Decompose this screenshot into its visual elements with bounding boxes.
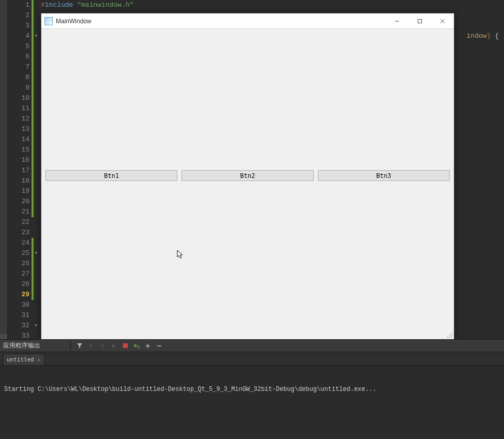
line-number: 21 (8, 207, 29, 217)
svg-point-8 (449, 337, 450, 338)
svg-point-6 (451, 335, 452, 336)
line-number: 17 (8, 165, 29, 176)
fold-column: ▼ ▼ ▼ (34, 0, 41, 339)
minimize-icon (394, 19, 400, 24)
line-number: 9 (8, 83, 29, 93)
svg-point-11 (138, 346, 140, 348)
line-number: 13 (8, 124, 29, 134)
nav-forward-button[interactable] (98, 341, 107, 351)
line-number: 14 (8, 134, 29, 145)
line-number: 18 (8, 176, 29, 186)
line-number: 4 (8, 31, 29, 41)
plus-icon (145, 343, 151, 349)
editor-left-rail (0, 0, 8, 339)
close-icon (440, 19, 445, 24)
fold-marker-icon[interactable]: ▼ (35, 248, 37, 259)
console-line: Starting C:\Users\WL\Desktop\build-untit… (4, 385, 500, 393)
line-number: 30 (8, 300, 29, 310)
output-console[interactable]: Starting C:\Users\WL\Desktop\build-untit… (0, 366, 504, 439)
chevron-right-icon (99, 343, 105, 349)
line-number: 25 (8, 248, 29, 259)
line-number: 22 (8, 217, 29, 228)
client-area: Btn1 Btn2 Btn3 (41, 29, 454, 339)
svg-point-4 (451, 332, 452, 334)
svg-rect-1 (418, 19, 422, 23)
maximize-icon (417, 19, 422, 24)
svg-point-9 (451, 337, 452, 338)
line-number: 19 (8, 186, 29, 196)
line-number: 24 (8, 238, 29, 248)
svg-point-7 (447, 337, 448, 338)
output-panel: 应用程序输出 untitled ✕ Sta (0, 339, 504, 439)
run-button[interactable] (109, 341, 118, 351)
output-tab-label: untitled (7, 356, 34, 363)
fold-marker-icon[interactable]: ▼ (35, 321, 37, 331)
line-number: 7 (8, 62, 29, 72)
code-line: #include "mainwindow.h" (41, 0, 504, 10)
line-number: 27 (8, 269, 29, 279)
resize-grip-icon[interactable] (447, 332, 453, 338)
svg-point-5 (449, 335, 450, 336)
titlebar[interactable]: MainWindow (41, 13, 454, 29)
line-number: 20 (8, 196, 29, 207)
output-header: 应用程序输出 (0, 340, 504, 352)
close-button[interactable] (431, 13, 454, 28)
output-tab-row: untitled ✕ (0, 352, 504, 366)
line-number: 5 (8, 41, 29, 52)
line-number: 16 (8, 155, 29, 165)
output-panel-title: 应用程序输出 (3, 341, 66, 350)
filter-icon (76, 342, 83, 350)
window-title: MainWindow (56, 18, 386, 25)
line-number: 15 (8, 145, 29, 155)
remove-button[interactable] (155, 341, 164, 351)
line-number: 2 (8, 10, 29, 21)
line-number: 10 (8, 93, 29, 103)
line-number: 31 (8, 310, 29, 321)
stop-icon (123, 343, 128, 349)
nav-back-button[interactable] (86, 341, 96, 351)
btn2-button[interactable]: Btn2 (181, 170, 313, 181)
line-number: 8 (8, 72, 29, 83)
add-button[interactable] (143, 341, 152, 351)
line-number-current: 29 (8, 290, 29, 300)
line-number: 32 (8, 321, 29, 331)
separator (70, 342, 71, 350)
play-icon (111, 343, 117, 349)
line-number: 6 (8, 52, 29, 62)
rerun-button[interactable] (132, 341, 141, 351)
btn3-button[interactable]: Btn3 (318, 170, 450, 181)
app-icon (44, 17, 53, 25)
svg-rect-10 (123, 343, 128, 348)
running-app-window[interactable]: MainWindow Btn1 Btn2 Btn3 (41, 13, 454, 340)
editor-gutter: 1 2 3 4 5 6 7 8 9 10 11 12 13 14 15 16 1… (8, 0, 32, 339)
play-bug-icon (133, 342, 140, 349)
minus-icon (156, 343, 162, 349)
button-row: Btn1 Btn2 Btn3 (45, 170, 450, 181)
stop-button[interactable] (120, 341, 130, 351)
line-number: 23 (8, 228, 29, 238)
line-number: 11 (8, 103, 29, 114)
line-number: 28 (8, 279, 29, 290)
fold-marker-icon[interactable]: ▼ (35, 31, 37, 41)
tab-close-icon[interactable]: ✕ (37, 356, 41, 363)
line-number: 1 (8, 0, 29, 10)
output-tab[interactable]: untitled ✕ (3, 354, 44, 365)
btn1-button[interactable]: Btn1 (45, 170, 177, 181)
filter-button[interactable] (75, 341, 84, 351)
line-number: 12 (8, 114, 29, 124)
line-number: 3 (8, 21, 29, 31)
maximize-button[interactable] (408, 13, 431, 28)
minimize-button[interactable] (386, 13, 408, 28)
chevron-left-icon (88, 343, 94, 349)
line-number: 26 (8, 259, 29, 269)
